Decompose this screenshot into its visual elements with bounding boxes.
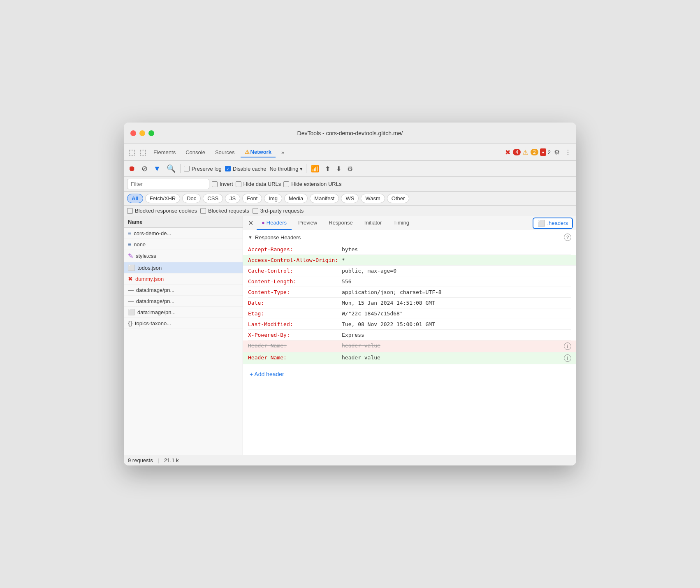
- hide-ext-urls-checkbox[interactable]: [283, 181, 289, 187]
- tab-response[interactable]: Response: [324, 216, 358, 230]
- chevron-down-icon: ▾: [300, 166, 303, 172]
- sidebar-item-todos-json[interactable]: ⬜ todos.json: [124, 262, 243, 273]
- chip-media[interactable]: Media: [284, 194, 308, 203]
- blocked-cookies-label[interactable]: Blocked response cookies: [127, 208, 197, 214]
- throttle-select[interactable]: No throttling ▾: [269, 166, 302, 172]
- error-x-icon: ✖: [505, 148, 510, 156]
- sidebar-item-name: dummy.json: [135, 276, 164, 282]
- sidebar-item-data1[interactable]: — data:image/pn...: [124, 285, 243, 296]
- sidebar: Name ≡ cors-demo-de... ≡ none ✎ style.cs…: [124, 216, 243, 455]
- upload-icon-button[interactable]: ⬆: [324, 164, 331, 174]
- sidebar-item-style-css[interactable]: ✎ style.css: [124, 250, 243, 262]
- tab-sources[interactable]: Sources: [211, 148, 239, 157]
- third-party-label[interactable]: 3rd-party requests: [253, 208, 304, 214]
- hide-data-urls-label[interactable]: Hide data URLs: [236, 181, 281, 187]
- chip-doc[interactable]: Doc: [182, 194, 201, 203]
- settings-gear-button[interactable]: ⚙: [552, 147, 561, 158]
- header-val: Express: [342, 332, 364, 338]
- filter-button[interactable]: ▼: [152, 163, 162, 174]
- header-row-last-modified: Last-Modified: Tue, 08 Nov 2022 15:00:01…: [248, 319, 571, 330]
- hide-data-urls-checkbox[interactable]: [236, 181, 241, 187]
- sidebar-item-topics[interactable]: {} topics-taxono...: [124, 318, 243, 329]
- third-party-checkbox[interactable]: [253, 208, 258, 214]
- sidebar-item-name: none: [134, 241, 146, 248]
- filter-input[interactable]: [127, 179, 209, 189]
- header-row-access-control: Access-Control-Allow-Origin: *: [243, 255, 576, 266]
- disable-cache-label[interactable]: ✓ Disable cache: [225, 166, 267, 172]
- chip-ws[interactable]: WS: [341, 194, 359, 203]
- tab-console[interactable]: Console: [181, 148, 209, 157]
- help-icon[interactable]: ?: [564, 234, 571, 241]
- info-icon[interactable]: i: [564, 354, 571, 362]
- preserve-log-checkbox[interactable]: [184, 166, 190, 171]
- more-options-button[interactable]: ⋮: [563, 147, 573, 158]
- devtools-window: DevTools - cors-demo-devtools.glitch.me/…: [124, 123, 576, 465]
- header-row-content-type: Content-Type: application/json; charset=…: [248, 287, 571, 298]
- header-file-button[interactable]: ⬜ .headers: [533, 218, 573, 229]
- sidebar-item-name: data:image/pn...: [136, 287, 174, 293]
- statusbar: 9 requests | 21.1 k: [124, 455, 576, 465]
- invert-checkbox[interactable]: [212, 181, 218, 187]
- preserve-log-label[interactable]: Preserve log: [184, 166, 222, 172]
- info-icon[interactable]: i: [564, 343, 571, 350]
- sidebar-item-none[interactable]: ≡ none: [124, 239, 243, 250]
- header-row-date: Date: Mon, 15 Jan 2024 14:51:08 GMT: [248, 298, 571, 308]
- mobile-tool-button[interactable]: ⬚: [138, 146, 148, 158]
- wifi-icon-button[interactable]: 📶: [310, 164, 320, 174]
- maximize-button[interactable]: [148, 130, 154, 136]
- clear-button[interactable]: ⊘: [140, 163, 149, 174]
- download-icon-button[interactable]: ⬇: [335, 164, 343, 174]
- close-panel-button[interactable]: ✕: [246, 217, 255, 229]
- main-toolbar: ⬚ ⬚ Elements Console Sources ⚠Network » …: [124, 144, 576, 161]
- stop-recording-button[interactable]: ⏺: [127, 163, 137, 174]
- blocked-requests-checkbox[interactable]: [200, 208, 206, 214]
- chip-css[interactable]: CSS: [203, 194, 223, 203]
- titlebar: DevTools - cors-demo-devtools.glitch.me/: [124, 123, 576, 144]
- tab-network[interactable]: ⚠Network: [241, 147, 276, 157]
- minimize-button[interactable]: [139, 130, 145, 136]
- tab-elements[interactable]: Elements: [149, 148, 180, 157]
- cursor-tool-button[interactable]: ⬚: [127, 146, 137, 158]
- tab-initiator[interactable]: Initiator: [359, 216, 387, 230]
- tab-timing[interactable]: Timing: [388, 216, 414, 230]
- divider: |: [158, 457, 159, 463]
- tab-preview[interactable]: Preview: [293, 216, 322, 230]
- blocked-cookies-checkbox[interactable]: [127, 208, 133, 214]
- header-key: Last-Modified:: [248, 321, 338, 327]
- tab-more[interactable]: »: [277, 148, 288, 157]
- disable-cache-checkbox[interactable]: ✓: [225, 166, 231, 171]
- sidebar-item-dummy-json[interactable]: ✖ dummy.json: [124, 273, 243, 285]
- data-icon: —: [128, 298, 134, 304]
- chip-wasm[interactable]: Wasm: [361, 194, 385, 203]
- chip-all[interactable]: All: [127, 194, 143, 203]
- sidebar-item-data2[interactable]: — data:image/pn...: [124, 296, 243, 307]
- err2-count: 2: [548, 149, 551, 155]
- chip-fetch-xhr[interactable]: Fetch/XHR: [145, 194, 181, 203]
- chip-manifest[interactable]: Manifest: [310, 194, 339, 203]
- invert-label[interactable]: Invert: [212, 181, 233, 187]
- data-icon: —: [128, 287, 134, 293]
- detail-pane: ✕ ●Headers Preview Response Initiator Ti…: [243, 216, 576, 455]
- add-header-container: + Add header: [243, 364, 576, 384]
- add-header-button[interactable]: + Add header: [245, 368, 289, 381]
- network-settings-button[interactable]: ⚙: [346, 164, 354, 174]
- sidebar-item-data3[interactable]: ⬜ data:image/pn...: [124, 307, 243, 318]
- close-button[interactable]: [130, 130, 136, 136]
- chip-js[interactable]: JS: [225, 194, 240, 203]
- header-key: Cache-Control:: [248, 268, 338, 274]
- warning-triangle-icon: ⚠: [522, 148, 528, 156]
- sidebar-item-name: todos.json: [137, 265, 162, 271]
- header-row-cache-control: Cache-Control: public, max-age=0: [248, 266, 571, 276]
- chip-font[interactable]: Font: [242, 194, 262, 203]
- divider2: [306, 164, 306, 173]
- sidebar-item-cors-demo[interactable]: ≡ cors-demo-de...: [124, 228, 243, 239]
- window-controls: [130, 130, 154, 136]
- badge-group: ✖ 4 ⚠ 2 ▪ 2: [505, 148, 551, 156]
- chip-other[interactable]: Other: [387, 194, 410, 203]
- hide-ext-urls-label[interactable]: Hide extension URLs: [283, 181, 341, 187]
- header-val: bytes: [342, 246, 358, 252]
- blocked-requests-label[interactable]: Blocked requests: [200, 208, 249, 214]
- chip-img[interactable]: Img: [264, 194, 282, 203]
- search-button[interactable]: 🔍: [165, 163, 177, 174]
- tab-headers[interactable]: ●Headers: [257, 216, 292, 230]
